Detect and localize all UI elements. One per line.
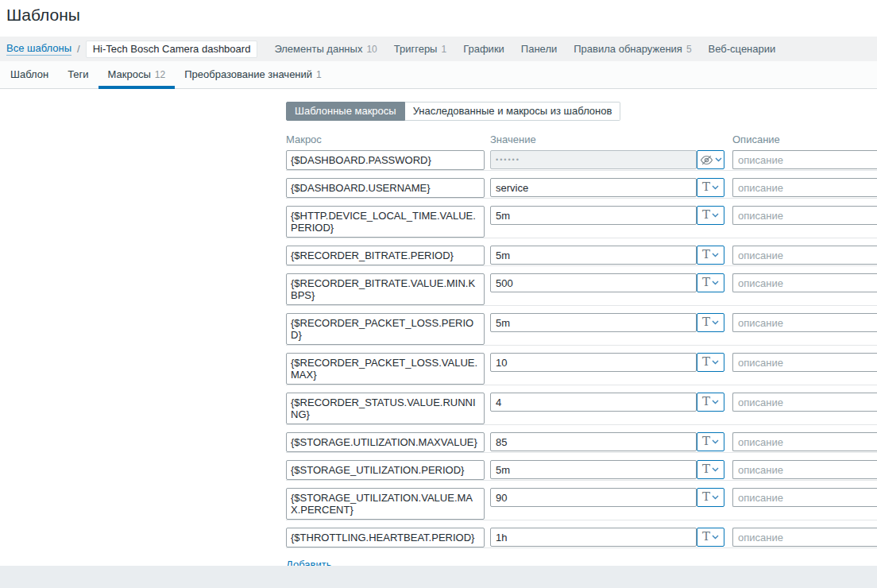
text-type-icon: T — [702, 435, 710, 447]
macro-table-row: {$STORAGE.UTILIZATION.MAXVALUE}T — [286, 432, 877, 453]
description-cell — [732, 150, 877, 169]
macros-form: Шаблонные макросы Унаследованные и макро… — [0, 89, 877, 566]
macro-cell: {$HTTP.DEVICE_LOCAL_TIME.VALUE.PERIOD} — [286, 206, 485, 238]
macro-input[interactable]: {$STORAGE.UTILIZATION.MAXVALUE} — [286, 432, 485, 452]
description-input[interactable] — [732, 273, 877, 292]
value-cell: T — [490, 460, 724, 479]
tab-tags[interactable]: Теги — [58, 61, 98, 88]
text-type-icon: T — [702, 209, 710, 221]
description-input[interactable] — [732, 206, 877, 225]
value-input[interactable] — [490, 150, 697, 169]
breadcrumb-all-templates-link[interactable]: Все шаблоны — [6, 42, 71, 56]
toggle-template-macros[interactable]: Шаблонные макросы — [286, 102, 405, 121]
toggle-inherited-macros[interactable]: Унаследованные и макросы из шаблонов — [405, 102, 621, 121]
value-type-button[interactable]: T — [697, 206, 724, 225]
description-input[interactable] — [732, 393, 877, 412]
tab-value-mapping[interactable]: Преобразование значений1 — [175, 61, 331, 88]
description-cell — [732, 432, 877, 451]
nav-item-count: 5 — [686, 44, 692, 55]
value-input[interactable] — [490, 246, 697, 265]
value-type-button[interactable]: T — [697, 460, 724, 479]
template-tab-bar: ШаблонТегиМакросы12Преобразование значен… — [0, 61, 877, 89]
value-cell: T — [490, 206, 724, 225]
description-input[interactable] — [732, 178, 877, 197]
nav-item-web[interactable]: Веб-сценарии — [709, 43, 776, 55]
value-input[interactable] — [490, 206, 697, 225]
value-input[interactable] — [490, 528, 697, 547]
value-input[interactable] — [490, 353, 697, 372]
tab-template[interactable]: Шаблон — [1, 61, 58, 88]
macro-table-row: {$RECORDER_PACKET_LOSS.VALUE.MAX}T — [286, 353, 877, 385]
value-input[interactable] — [490, 460, 697, 479]
macro-table-row: {$RECORDER_BITRATE.PERIOD}T — [286, 246, 877, 266]
breadcrumb-current-template[interactable]: Hi-Tech Bosch Camera dashboard — [86, 41, 258, 58]
description-cell — [732, 246, 877, 265]
macro-input[interactable]: {$DASHBOARD.PASSWORD} — [286, 150, 485, 170]
macro-input[interactable]: {$RECORDER_BITRATE.PERIOD} — [286, 246, 485, 265]
macro-input[interactable]: {$RECORDER_STATUS.VALUE.RUNNING} — [286, 393, 485, 424]
chevron-down-icon — [712, 535, 719, 540]
macro-table-row: {$RECORDER_BITRATE.VALUE.MIN.KBPS}T — [286, 273, 877, 306]
value-input[interactable] — [490, 432, 697, 451]
text-type-icon: T — [702, 491, 710, 503]
macro-cell: {$RECORDER_BITRATE.VALUE.MIN.KBPS} — [286, 273, 485, 305]
description-cell — [732, 178, 877, 197]
value-input[interactable] — [490, 393, 697, 412]
macro-input[interactable]: {$HTTP.DEVICE_LOCAL_TIME.VALUE.PERIOD} — [286, 206, 485, 238]
value-type-button[interactable]: T — [697, 273, 724, 292]
value-type-button[interactable]: T — [697, 246, 724, 265]
value-cell: T — [490, 246, 724, 265]
breadcrumb-separator: / — [77, 43, 80, 55]
chevron-down-icon — [712, 400, 719, 404]
value-input[interactable] — [490, 488, 697, 507]
value-type-button[interactable]: T — [697, 488, 724, 507]
description-input[interactable] — [732, 353, 877, 372]
value-cell: T — [490, 178, 724, 197]
macro-input[interactable]: {$RECORDER_PACKET_LOSS.VALUE.MAX} — [286, 353, 485, 385]
nav-item-dashboards[interactable]: Панели — [521, 43, 557, 55]
value-type-button[interactable]: T — [697, 528, 724, 547]
nav-item-discovery[interactable]: Правила обнаружения5 — [574, 43, 691, 55]
description-input[interactable] — [732, 432, 877, 451]
column-header-description: Описание — [732, 133, 877, 145]
macro-input[interactable]: {$RECORDER_BITRATE.VALUE.MIN.KBPS} — [286, 273, 485, 305]
text-type-icon: T — [702, 316, 710, 328]
value-type-button[interactable]: T — [697, 393, 724, 412]
description-input[interactable] — [732, 313, 877, 332]
macro-input[interactable]: {$THROTTLING.HEARTBEAT.PERIOD} — [286, 528, 485, 547]
chevron-down-icon — [712, 320, 719, 325]
macro-cell: {$RECORDER_STATUS.VALUE.RUNNING} — [286, 393, 485, 424]
macro-input[interactable]: {$STORAGE_UTILIZATION.PERIOD} — [286, 460, 485, 480]
column-header-value: Значение — [490, 133, 732, 145]
value-type-button[interactable] — [697, 150, 724, 169]
nav-item-items[interactable]: Элементы данных10 — [274, 43, 377, 55]
description-input[interactable] — [732, 528, 877, 547]
description-input[interactable] — [732, 488, 877, 507]
value-type-button[interactable]: T — [697, 353, 724, 372]
text-type-icon: T — [702, 531, 710, 543]
nav-item-triggers[interactable]: Триггеры1 — [394, 43, 446, 55]
macro-input[interactable]: {$RECORDER_PACKET_LOSS.PERIOD} — [286, 313, 485, 345]
value-type-button[interactable]: T — [697, 178, 724, 197]
value-type-button[interactable]: T — [697, 313, 724, 332]
nav-item-graphs[interactable]: Графики — [463, 43, 504, 55]
value-cell: T — [490, 488, 724, 507]
value-cell: T — [490, 432, 724, 451]
macro-input[interactable]: {$STORAGE_UTILIZATION.VALUE.MAX.PERCENT} — [286, 488, 485, 520]
macro-input[interactable]: {$DASHBOARD.USERNAME} — [286, 178, 485, 198]
value-type-button[interactable]: T — [697, 432, 724, 451]
description-cell — [732, 460, 877, 479]
macros-table: {$DASHBOARD.PASSWORD}{$DASHBOARD.USERNAM… — [286, 150, 877, 548]
value-input[interactable] — [490, 273, 697, 292]
chevron-down-icon — [712, 495, 719, 500]
chevron-down-icon — [712, 439, 719, 444]
description-input[interactable] — [732, 246, 877, 265]
value-input[interactable] — [490, 178, 697, 197]
description-input[interactable] — [732, 460, 877, 479]
tab-label: Шаблон — [10, 68, 48, 80]
tab-macros[interactable]: Макросы12 — [99, 61, 176, 88]
value-input[interactable] — [490, 313, 697, 332]
macro-table-row: {$STORAGE_UTILIZATION.PERIOD}T — [286, 460, 877, 481]
text-type-icon: T — [702, 277, 710, 288]
description-input[interactable] — [732, 150, 877, 169]
